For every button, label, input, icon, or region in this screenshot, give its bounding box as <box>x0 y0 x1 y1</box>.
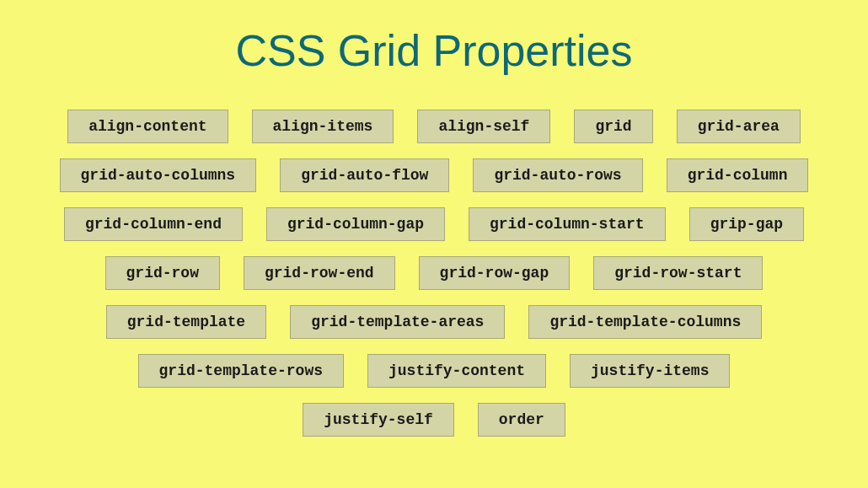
property-row: grid-column-end grid-column-gap grid-col… <box>42 207 826 241</box>
property-row: grid-auto-columns grid-auto-flow grid-au… <box>42 158 826 192</box>
property-item: grid-column-end <box>64 207 243 241</box>
property-item: justify-content <box>367 354 546 388</box>
property-item: grid-row <box>105 256 220 290</box>
property-item: align-self <box>417 110 550 143</box>
property-item: grid-column-start <box>469 207 666 241</box>
property-item: grip-gap <box>689 207 804 241</box>
property-item: grid-area <box>677 110 801 143</box>
property-item: justify-items <box>570 354 730 388</box>
property-item: grid-auto-columns <box>60 158 257 192</box>
main-container: CSS Grid Properties align-content align-… <box>0 0 868 488</box>
property-item: grid-auto-flow <box>280 158 449 192</box>
property-item: grid-row-start <box>593 256 763 290</box>
property-item: grid-template-columns <box>528 305 762 339</box>
property-row: grid-row grid-row-end grid-row-gap grid-… <box>42 256 826 290</box>
property-row: justify-self order <box>42 403 826 437</box>
property-item: align-items <box>252 110 394 143</box>
property-item: grid-row-end <box>244 256 395 290</box>
property-item: grid-row-gap <box>419 256 571 290</box>
property-item: grid-column <box>667 158 809 192</box>
properties-wrapper: align-content align-items align-self gri… <box>0 110 868 437</box>
property-item: grid-column-gap <box>266 207 445 241</box>
property-item: grid-auto-rows <box>473 158 642 192</box>
property-item: grid-template <box>106 305 266 339</box>
property-item: justify-self <box>303 403 454 437</box>
property-item: grid-template-rows <box>138 354 344 388</box>
property-row: align-content align-items align-self gri… <box>42 110 826 143</box>
page-title: CSS Grid Properties <box>235 25 632 76</box>
property-item: grid-template-areas <box>290 305 505 339</box>
property-row: grid-template grid-template-areas grid-t… <box>42 305 826 339</box>
property-item: align-content <box>67 110 228 143</box>
property-row: grid-template-rows justify-content justi… <box>42 354 826 388</box>
property-item: grid <box>574 110 652 143</box>
property-item: order <box>478 403 565 437</box>
